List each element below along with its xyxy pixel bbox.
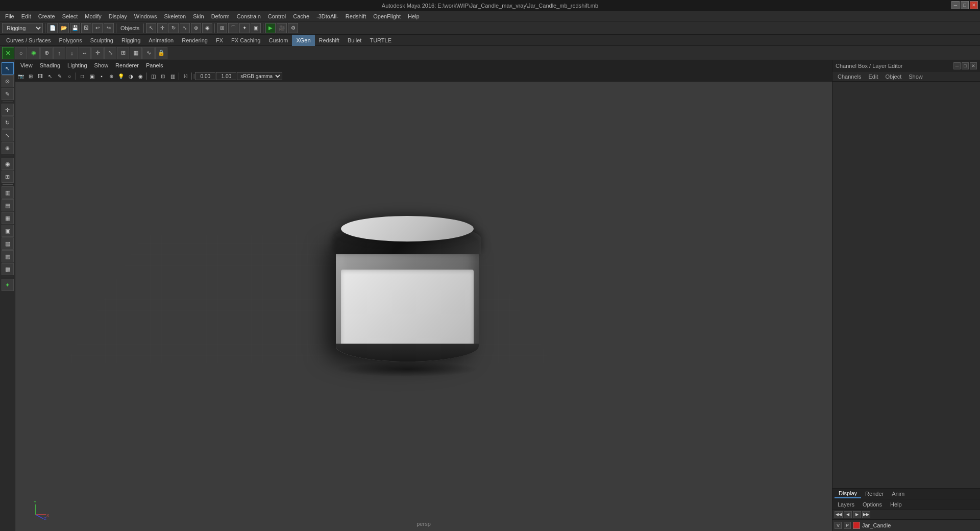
- channel-btn[interactable]: ▣: [2, 225, 14, 237]
- lasso-tool-btn[interactable]: ⊙: [2, 75, 14, 87]
- vp-menu-renderer[interactable]: Renderer: [112, 62, 142, 69]
- layer-tab-layers[interactable]: Layers: [835, 501, 857, 508]
- menu-display[interactable]: Display: [106, 12, 130, 20]
- mode-selector[interactable]: Rigging: [2, 23, 43, 33]
- vp-texture-btn[interactable]: ⊕: [107, 71, 116, 81]
- vp-menu-panels[interactable]: Panels: [143, 62, 166, 69]
- lc-next2-btn[interactable]: ▶▶: [862, 511, 870, 518]
- module-sculpting[interactable]: Sculpting: [86, 35, 117, 46]
- soft-mod-btn[interactable]: ◉: [2, 158, 14, 170]
- circle-icon-btn[interactable]: ○: [15, 47, 27, 59]
- vp-menu-view[interactable]: View: [17, 62, 36, 69]
- module-custom[interactable]: Custom: [265, 35, 292, 46]
- module-polygons[interactable]: Polygons: [55, 35, 86, 46]
- snap-point[interactable]: ✦: [239, 23, 250, 33]
- menu-help[interactable]: Help: [405, 12, 423, 20]
- cb-tab-channels[interactable]: Channels: [835, 73, 864, 80]
- rotate-tool-btn[interactable]: ↻: [2, 116, 14, 129]
- module-fx-caching[interactable]: FX Caching: [227, 35, 264, 46]
- layer-color-swatch[interactable]: [853, 522, 860, 529]
- close-button[interactable]: ✕: [970, 1, 978, 9]
- menu-cache[interactable]: Cache: [290, 12, 312, 20]
- vp-frame-btn[interactable]: ⊡: [158, 71, 167, 81]
- expand-btn[interactable]: ⊞: [117, 47, 129, 59]
- lc-next-btn[interactable]: ▶: [853, 511, 861, 518]
- menu-control[interactable]: Control: [265, 12, 289, 20]
- menu-openflight[interactable]: OpenFlight: [370, 12, 404, 20]
- lc-prev-btn[interactable]: ◀◀: [835, 511, 843, 518]
- vp-ao-btn[interactable]: ◉: [136, 71, 145, 81]
- menu-deform[interactable]: Deform: [208, 12, 233, 20]
- select-tool-btn[interactable]: ↖: [2, 62, 14, 75]
- menu-windows[interactable]: Windows: [131, 12, 160, 20]
- open-scene-button[interactable]: 📂: [59, 23, 69, 33]
- cb-tab-edit[interactable]: Edit: [865, 73, 881, 80]
- layer-btn[interactable]: ▧: [2, 237, 14, 250]
- lc-prev2-btn[interactable]: ◀: [844, 511, 852, 518]
- menu-constrain[interactable]: Constrain: [234, 12, 264, 20]
- scale-tool-btn[interactable]: ⤡: [2, 129, 14, 141]
- redo-button[interactable]: ↪: [104, 23, 114, 33]
- script-editor-btn[interactable]: ▨: [2, 250, 14, 262]
- vp-lighting1-btn[interactable]: ○: [65, 71, 74, 81]
- module-redshift[interactable]: Redshift: [315, 35, 344, 46]
- disp-tab-display[interactable]: Display: [835, 489, 861, 498]
- module-animation[interactable]: Animation: [144, 35, 178, 46]
- viewport[interactable]: View Shading Lighting Show Renderer Pane…: [15, 60, 832, 531]
- attribute-btn[interactable]: ▦: [2, 212, 14, 224]
- node-editor-btn[interactable]: ▥: [2, 186, 14, 199]
- dot-circle-btn[interactable]: ◉: [28, 47, 40, 59]
- vp-isolate-btn[interactable]: ◫: [149, 71, 158, 81]
- vp-hud-btn[interactable]: ℍ: [181, 71, 190, 81]
- select-icon-btn[interactable]: ✕: [2, 47, 14, 59]
- save-as-button[interactable]: 🖫: [81, 23, 91, 33]
- menu-skin[interactable]: Skin: [190, 12, 207, 20]
- soft-select[interactable]: ◉: [202, 23, 212, 33]
- new-scene-button[interactable]: 📄: [47, 23, 58, 33]
- menu-skeleton[interactable]: Skeleton: [161, 12, 189, 20]
- vp-region-btn[interactable]: ▥: [168, 71, 177, 81]
- save-scene-button[interactable]: 💾: [70, 23, 80, 33]
- diag-btn[interactable]: ⤡: [104, 47, 116, 59]
- vp-menu-lighting[interactable]: Lighting: [64, 62, 90, 69]
- menu-redshift[interactable]: Redshift: [342, 12, 369, 20]
- menu-select[interactable]: Select: [59, 12, 81, 20]
- vp-grid-btn[interactable]: ⊞: [26, 71, 35, 81]
- cross-btn[interactable]: ✛: [91, 47, 104, 59]
- select-tool[interactable]: ↖: [146, 23, 156, 33]
- vp-flat-btn[interactable]: ▪: [97, 71, 106, 81]
- vp-smooth-btn[interactable]: ▣: [87, 71, 96, 81]
- cb-tab-show[interactable]: Show: [905, 73, 926, 80]
- mesh-btn[interactable]: ⊕: [40, 47, 53, 59]
- vp-gamma-input[interactable]: [195, 72, 215, 80]
- layer-tab-options[interactable]: Options: [860, 501, 885, 508]
- vp-menu-show[interactable]: Show: [91, 62, 112, 69]
- arrow-btn[interactable]: ↑: [53, 47, 65, 59]
- render-settings[interactable]: ⚙: [288, 23, 298, 33]
- module-xgen[interactable]: XGen: [292, 35, 314, 46]
- universal-manip[interactable]: ⊕: [191, 23, 201, 33]
- ipr-render[interactable]: 🎥: [277, 23, 287, 33]
- rotate-tool[interactable]: ↻: [168, 23, 179, 33]
- cb-minimize-btn[interactable]: ─: [953, 62, 961, 69]
- layer-playback-btn[interactable]: P: [844, 522, 851, 529]
- vp-sel-btn[interactable]: ↖: [45, 71, 55, 81]
- vp-menu-shading[interactable]: Shading: [37, 62, 63, 69]
- disp-tab-render[interactable]: Render: [861, 490, 888, 498]
- move-tool-btn[interactable]: ✛: [2, 104, 14, 116]
- vp-wire-btn[interactable]: □: [78, 71, 87, 81]
- layer-tab-help[interactable]: Help: [887, 501, 905, 508]
- vp-light-btn[interactable]: 💡: [116, 71, 126, 81]
- move-tool[interactable]: ✛: [157, 23, 167, 33]
- horiz-arrow-btn[interactable]: ↔: [79, 47, 91, 59]
- down-arrow-btn[interactable]: ↓: [66, 47, 78, 59]
- cb-tab-object[interactable]: Object: [882, 73, 904, 80]
- undo-button[interactable]: ↩: [92, 23, 103, 33]
- module-curves-surfaces[interactable]: Curves / Surfaces: [2, 35, 55, 46]
- menu-create[interactable]: Create: [35, 12, 58, 20]
- module-bullet[interactable]: Bullet: [344, 35, 366, 46]
- module-fx[interactable]: FX: [212, 35, 227, 46]
- menu-edit[interactable]: Edit: [18, 12, 34, 20]
- module-rendering[interactable]: Rendering: [178, 35, 212, 46]
- menu-modify[interactable]: Modify: [82, 12, 104, 20]
